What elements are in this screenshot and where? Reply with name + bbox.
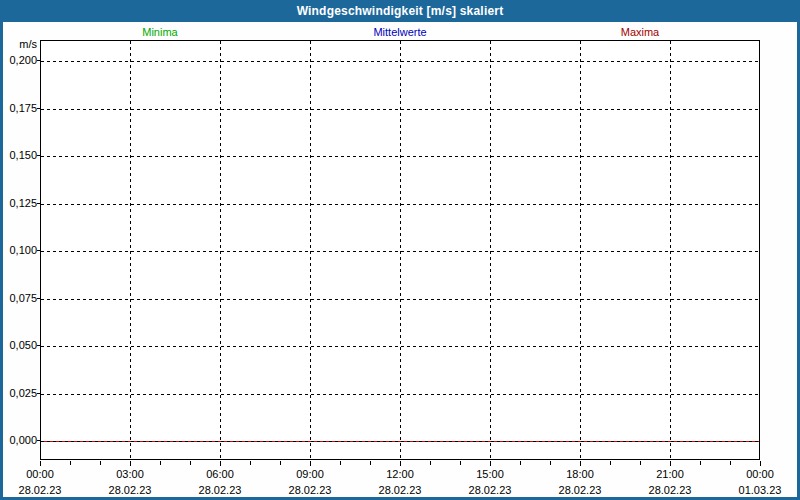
x-tick-mark-minor (280, 461, 281, 465)
x-tick-mark-minor (640, 461, 641, 465)
vertical-gridline (310, 41, 311, 459)
horizontal-gridline (41, 394, 759, 395)
horizontal-gridline (41, 61, 759, 62)
x-tick-date-label: 28.02.23 (365, 484, 435, 497)
x-tick-date-label: 28.02.23 (275, 484, 345, 497)
x-tick-date-label: 28.02.23 (545, 484, 615, 497)
x-tick-mark-major (400, 461, 401, 466)
horizontal-gridline (41, 441, 759, 442)
x-tick-mark-minor (100, 461, 101, 465)
horizontal-gridline (41, 346, 759, 347)
horizontal-gridline (41, 109, 759, 110)
y-tick-mark (37, 298, 40, 299)
horizontal-gridline (41, 204, 759, 205)
y-tick-mark (37, 393, 40, 394)
x-tick-time-label: 00:00 (730, 468, 790, 481)
horizontal-gridline (41, 299, 759, 300)
x-tick-date-label: 28.02.23 (455, 484, 525, 497)
legend-item: Maxima (520, 26, 760, 40)
x-tick-mark-minor (250, 461, 251, 465)
x-tick-mark-major (490, 461, 491, 466)
y-tick-mark (37, 440, 40, 441)
x-tick-mark-major (220, 461, 221, 466)
y-tick-mark (37, 108, 40, 109)
chart-legend: MinimaMittelwerteMaxima (40, 26, 760, 40)
x-tick-mark-minor (190, 461, 191, 465)
y-tick-label: 0,075 (3, 292, 37, 305)
x-tick-mark-minor (70, 461, 71, 465)
vertical-gridline (580, 41, 581, 459)
x-tick-mark-major (580, 461, 581, 466)
y-tick-label: 0,125 (3, 197, 37, 210)
vertical-gridline (400, 41, 401, 459)
vertical-gridline (490, 41, 491, 459)
y-tick-label: 0,200 (3, 54, 37, 67)
y-tick-label: 0,025 (3, 387, 37, 400)
chart-window: Windgeschwindigkeit [m/s] skaliert Minim… (0, 0, 800, 500)
plot-area (40, 40, 760, 460)
x-tick-mark-major (670, 461, 671, 466)
x-tick-date-label: 28.02.23 (185, 484, 255, 497)
y-axis-unit-label: m/s (3, 38, 37, 51)
x-tick-date-label: 01.03.23 (725, 484, 795, 497)
x-tick-mark-major (760, 461, 761, 466)
x-tick-mark-minor (340, 461, 341, 465)
y-tick-label: 0,150 (3, 149, 37, 162)
x-tick-mark-major (310, 461, 311, 466)
x-tick-mark-minor (460, 461, 461, 465)
chart-area: MinimaMittelwerteMaxima m/s 0,2000,1750,… (3, 22, 797, 497)
window-titlebar: Windgeschwindigkeit [m/s] skaliert (0, 0, 800, 22)
y-tick-label: 0,175 (3, 102, 37, 115)
x-tick-time-label: 09:00 (280, 468, 340, 481)
x-tick-mark-minor (430, 461, 431, 465)
x-tick-time-label: 03:00 (100, 468, 160, 481)
x-tick-mark-minor (160, 461, 161, 465)
vertical-gridline (130, 41, 131, 459)
vertical-gridline (220, 41, 221, 459)
x-tick-time-label: 15:00 (460, 468, 520, 481)
y-tick-mark (37, 155, 40, 156)
x-tick-time-label: 21:00 (640, 468, 700, 481)
horizontal-gridline (41, 156, 759, 157)
x-tick-mark-minor (730, 461, 731, 465)
x-tick-time-label: 18:00 (550, 468, 610, 481)
y-tick-label: 0,050 (3, 339, 37, 352)
x-tick-time-label: 06:00 (190, 468, 250, 481)
window-title: Windgeschwindigkeit [m/s] skaliert (297, 4, 504, 18)
x-tick-mark-minor (700, 461, 701, 465)
x-tick-mark-minor (370, 461, 371, 465)
y-tick-label: 0,100 (3, 244, 37, 257)
horizontal-gridline (41, 251, 759, 252)
x-tick-time-label: 12:00 (370, 468, 430, 481)
y-tick-label: 0,000 (3, 434, 37, 447)
y-tick-mark (37, 60, 40, 61)
vertical-gridline (670, 41, 671, 459)
x-tick-mark-major (40, 461, 41, 466)
x-tick-time-label: 00:00 (10, 468, 70, 481)
x-tick-mark-minor (610, 461, 611, 465)
x-tick-date-label: 28.02.23 (635, 484, 705, 497)
legend-item: Mittelwerte (280, 26, 520, 40)
y-tick-mark (37, 345, 40, 346)
y-tick-mark (37, 203, 40, 204)
x-tick-date-label: 28.02.23 (95, 484, 165, 497)
y-tick-mark (37, 250, 40, 251)
x-tick-mark-minor (550, 461, 551, 465)
legend-item: Minima (40, 26, 280, 40)
x-tick-mark-minor (520, 461, 521, 465)
x-tick-mark-major (130, 461, 131, 466)
x-tick-date-label: 28.02.23 (5, 484, 75, 497)
